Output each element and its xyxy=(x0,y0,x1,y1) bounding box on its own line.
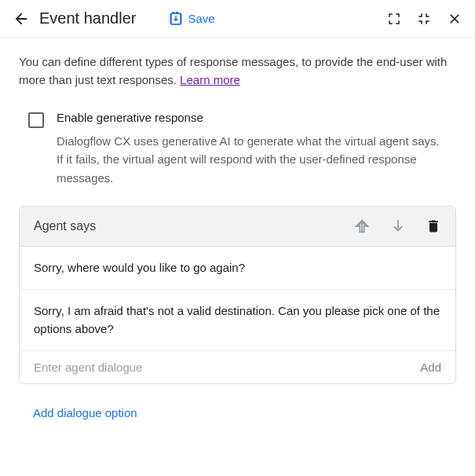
page-title: Event handler xyxy=(39,9,136,27)
save-button[interactable]: Save xyxy=(169,12,214,26)
agent-says-card: Agent says Sorry, where would you like t… xyxy=(19,206,456,385)
generative-checkbox[interactable] xyxy=(28,112,44,128)
move-down-icon[interactable] xyxy=(389,218,407,235)
back-arrow-icon[interactable] xyxy=(13,10,30,27)
close-icon[interactable] xyxy=(447,11,462,27)
move-up-icon[interactable] xyxy=(353,218,371,235)
collapse-icon[interactable] xyxy=(417,12,431,26)
dialogue-input-row: Add xyxy=(20,351,455,383)
generative-section: Enable generative response Dialogflow CX… xyxy=(19,111,456,206)
intro-text: You can define different types of respon… xyxy=(19,53,456,89)
add-dialogue-option-button[interactable]: Add dialogue option xyxy=(19,406,456,419)
expand-icon[interactable] xyxy=(387,12,401,26)
header-bar: Event handler Save xyxy=(0,0,475,38)
add-button[interactable]: Add xyxy=(411,361,441,374)
save-icon xyxy=(169,12,183,26)
delete-icon[interactable] xyxy=(426,218,441,234)
dialogue-input[interactable] xyxy=(34,361,411,374)
header-actions xyxy=(387,11,462,27)
save-label: Save xyxy=(188,12,214,25)
content-area: You can define different types of respon… xyxy=(0,38,475,435)
response-row[interactable]: Sorry, I am afraid that's not a valid de… xyxy=(20,290,455,351)
response-row[interactable]: Sorry, where would you like to go again? xyxy=(20,247,455,291)
agent-says-header: Agent says xyxy=(20,207,455,247)
learn-more-link[interactable]: Learn more xyxy=(180,73,240,86)
generative-description: Dialogflow CX uses generative AI to gene… xyxy=(57,132,447,187)
generative-label: Enable generative response xyxy=(57,111,447,124)
agent-says-title: Agent says xyxy=(34,219,353,233)
